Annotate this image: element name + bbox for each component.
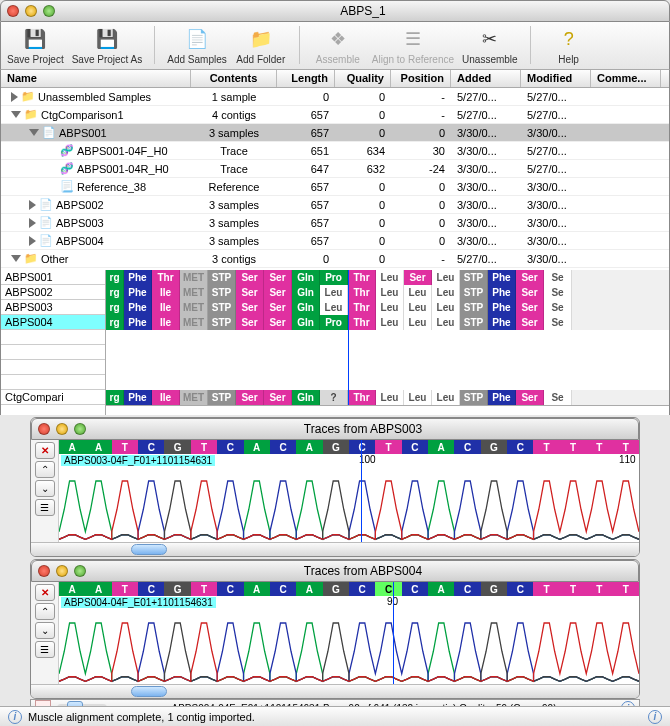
col-contents[interactable]: Contents	[191, 70, 277, 87]
alignment-label[interactable]: ABPS004	[1, 315, 105, 330]
item-name: ABPS001-04R_H0	[77, 163, 169, 175]
table-row[interactable]: 📁Unassembled Samples1 sample00-5/27/0...…	[1, 88, 669, 106]
alignment-label[interactable]: ABPS003	[1, 300, 105, 315]
scrollbar[interactable]	[31, 684, 639, 698]
item-name: ABPS004	[56, 235, 104, 247]
align-to-reference-button: ☰Align to Reference	[372, 26, 454, 65]
consensus-label[interactable]: CtgCompari	[1, 390, 105, 405]
sequence-row[interactable]: rgPheIleMETSTPSerSerGlnLeuThrLeuLeuLeuST…	[106, 285, 669, 300]
scroll-down-button[interactable]: ⌄	[35, 480, 55, 497]
trace-cursor[interactable]	[393, 582, 394, 684]
item-name: ABPS001-04F_H0	[77, 145, 168, 157]
close-trace-button[interactable]: ✕	[35, 442, 55, 459]
item-name: CtgComparison1	[41, 109, 124, 121]
window-title: ABPS_1	[63, 4, 663, 18]
minimize-icon[interactable]	[56, 423, 68, 435]
close-trace-button[interactable]: ✕	[35, 584, 55, 601]
disclosure-icon[interactable]	[29, 218, 36, 228]
unassemble-icon: ✂	[477, 26, 503, 52]
item-icon: 📁	[24, 108, 38, 122]
table-row[interactable]: 📄ABPS0023 samples657003/30/0...3/30/0...	[1, 196, 669, 214]
atgc-button[interactable]: ☰	[35, 499, 55, 516]
table-row[interactable]: 📁CtgComparison14 contigs6570-5/27/0...5/…	[1, 106, 669, 124]
base-bar: AATCGTCACAGCTCACGCTTTT	[59, 440, 639, 454]
trace-view[interactable]: AATCGTCACAGCCCACGCTTTTABPS004-04F_E01+11…	[59, 582, 639, 684]
item-name: Other	[41, 253, 69, 265]
assemble-button: ❖Assemble	[312, 26, 364, 65]
plus-file-icon: 📄	[184, 26, 210, 52]
scroll-up-button[interactable]: ⌃	[35, 603, 55, 620]
atgc-button[interactable]: ☰	[35, 641, 55, 658]
unassemble-button[interactable]: ✂Unassemble	[462, 26, 518, 65]
disclosure-icon[interactable]	[11, 255, 21, 262]
zoom-icon[interactable]	[43, 5, 55, 17]
save-project-button[interactable]: 💾Save Project	[7, 26, 64, 65]
zoom-icon[interactable]	[74, 423, 86, 435]
table-row[interactable]: 📄ABPS0043 samples657003/30/0...3/30/0...	[1, 232, 669, 250]
info-icon[interactable]: i	[648, 710, 662, 724]
table-row[interactable]: 📄ABPS0013 samples657003/30/0...3/30/0...	[1, 124, 669, 142]
trace-view[interactable]: AATCGTCACAGCTCACGCTTTTABPS003-04F_F01+11…	[59, 440, 639, 542]
table-row[interactable]: 🧬ABPS001-04R_H0Trace647632-243/30/0...5/…	[1, 160, 669, 178]
base-bar: AATCGTCACAGCCCACGCTTTT	[59, 582, 639, 596]
alignment-label[interactable]: ABPS002	[1, 285, 105, 300]
project-table: Name Contents Length Quality Position Ad…	[0, 70, 670, 270]
scroll-up-button[interactable]: ⌃	[35, 461, 55, 478]
table-header: Name Contents Length Quality Position Ad…	[1, 70, 669, 88]
item-name: Reference_38	[77, 181, 146, 193]
floppy-icon: 💾	[22, 26, 48, 52]
item-icon: 📄	[39, 216, 53, 230]
col-length[interactable]: Length	[277, 70, 335, 87]
trace-cursor[interactable]	[361, 440, 362, 542]
footer: i Muscle alignment complete, 1 contig im…	[0, 706, 670, 726]
close-icon[interactable]	[38, 565, 50, 577]
item-name: ABPS003	[56, 217, 104, 229]
alignment-label[interactable]: ABPS001	[1, 270, 105, 285]
disclosure-icon[interactable]	[29, 236, 36, 246]
close-icon[interactable]	[7, 5, 19, 17]
scrollbar-thumb[interactable]	[131, 544, 167, 555]
alignment-cursor[interactable]	[348, 270, 349, 415]
col-quality[interactable]: Quality	[335, 70, 391, 87]
item-icon: 📄	[39, 198, 53, 212]
item-name: Unassembled Samples	[38, 91, 151, 103]
disclosure-icon[interactable]	[29, 200, 36, 210]
sequence-row[interactable]: rgPheIleMETSTPSerSerGln?ThrLeuLeuLeuSTPP…	[106, 390, 669, 405]
add-folder-button[interactable]: 📁Add Folder	[235, 26, 287, 65]
scrollbar-thumb[interactable]	[131, 686, 167, 697]
item-icon: 📄	[39, 234, 53, 248]
item-icon: 📄	[42, 126, 56, 140]
col-modified[interactable]: Modified	[521, 70, 591, 87]
table-row[interactable]: 🧬ABPS001-04F_H0Trace651634303/30/0...5/2…	[1, 142, 669, 160]
footer-message: Muscle alignment complete, 1 contig impo…	[28, 711, 255, 723]
trace-window: Traces from ABPS004✕⌃⌄☰AATCGTCACAGCCCACG…	[30, 559, 640, 699]
add-samples-button[interactable]: 📄Add Samples	[167, 26, 226, 65]
zoom-icon[interactable]	[74, 565, 86, 577]
window-titlebar: ABPS_1	[0, 0, 670, 22]
save-project-as-button[interactable]: 💾Save Project As	[72, 26, 143, 65]
disclosure-icon[interactable]	[11, 111, 21, 118]
close-icon[interactable]	[38, 423, 50, 435]
disclosure-icon[interactable]	[29, 129, 39, 136]
item-icon: 📃	[60, 180, 74, 194]
scrollbar[interactable]	[31, 542, 639, 556]
minimize-icon[interactable]	[25, 5, 37, 17]
col-added[interactable]: Added	[451, 70, 521, 87]
sequence-row[interactable]: rgPheThrMETSTPSerSerGlnProThrLeuSerLeuST…	[106, 270, 669, 285]
help-icon: ?	[556, 26, 582, 52]
table-row[interactable]: 📁Other3 contigs00-5/27/0...3/30/0...	[1, 250, 669, 268]
help-button[interactable]: ?Help	[543, 26, 595, 65]
scroll-down-button[interactable]: ⌄	[35, 622, 55, 639]
col-name[interactable]: Name	[1, 70, 191, 87]
item-icon: 📁	[24, 252, 38, 266]
col-comments[interactable]: Comme...	[591, 70, 661, 87]
table-row[interactable]: 📄ABPS0033 samples657003/30/0...3/30/0...	[1, 214, 669, 232]
table-row[interactable]: 📃Reference_38Reference657003/30/0...3/30…	[1, 178, 669, 196]
item-name: ABPS002	[56, 199, 104, 211]
sequence-row[interactable]: rgPheIleMETSTPSerSerGlnLeuThrLeuLeuLeuST…	[106, 300, 669, 315]
col-position[interactable]: Position	[391, 70, 451, 87]
sequence-row[interactable]: rgPheIleMETSTPSerSerGlnProThrLeuLeuLeuST…	[106, 315, 669, 330]
minimize-icon[interactable]	[56, 565, 68, 577]
info-icon[interactable]: i	[8, 710, 22, 724]
disclosure-icon[interactable]	[11, 92, 18, 102]
